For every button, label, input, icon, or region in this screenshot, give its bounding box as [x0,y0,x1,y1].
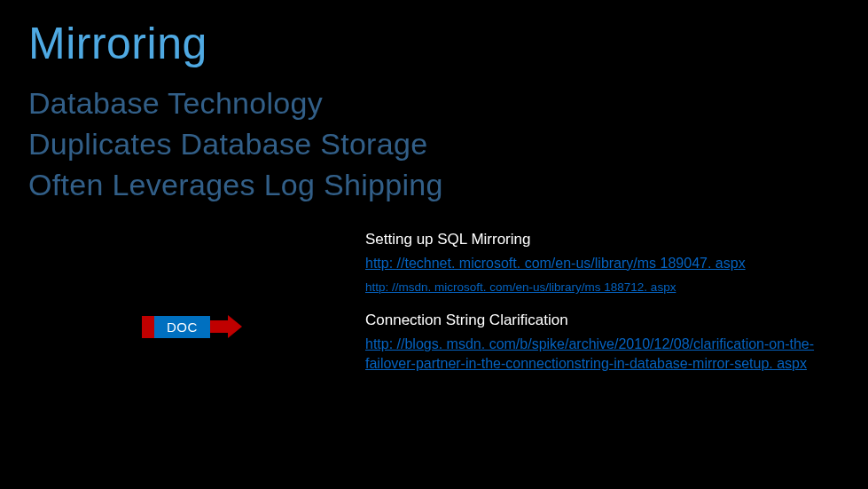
doc-arrow-stem [210,320,228,333]
doc-badge: DOC [142,316,242,338]
doc-red-bar [142,316,154,338]
link-msdn-library[interactable]: http: //msdn. microsoft. com/en-us/libra… [365,280,840,296]
subtitle-block: Database Technology Duplicates Database … [28,83,840,206]
section-heading-2: Connection String Clarification [365,312,840,329]
section-heading-1: Setting up SQL Mirroring [365,231,840,248]
subtitle-line-2: Duplicates Database Storage [28,124,840,165]
subtitle-line-1: Database Technology [28,83,840,124]
slide-title: Mirroring [28,18,840,69]
link-blogs-msdn[interactable]: http: //blogs. msdn. com/b/spike/archive… [365,335,840,373]
link-technet[interactable]: http: //technet. microsoft. com/en-us/li… [365,254,840,273]
content-row: DOC Setting up SQL Mirroring http: //tec… [28,231,840,377]
arrow-right-icon [228,315,242,338]
slide: Mirroring Database Technology Duplicates… [0,0,868,489]
doc-label: DOC [154,316,210,338]
left-column: DOC [28,231,365,377]
subtitle-line-3: Often Leverages Log Shipping [28,165,840,206]
right-column: Setting up SQL Mirroring http: //technet… [365,231,840,377]
